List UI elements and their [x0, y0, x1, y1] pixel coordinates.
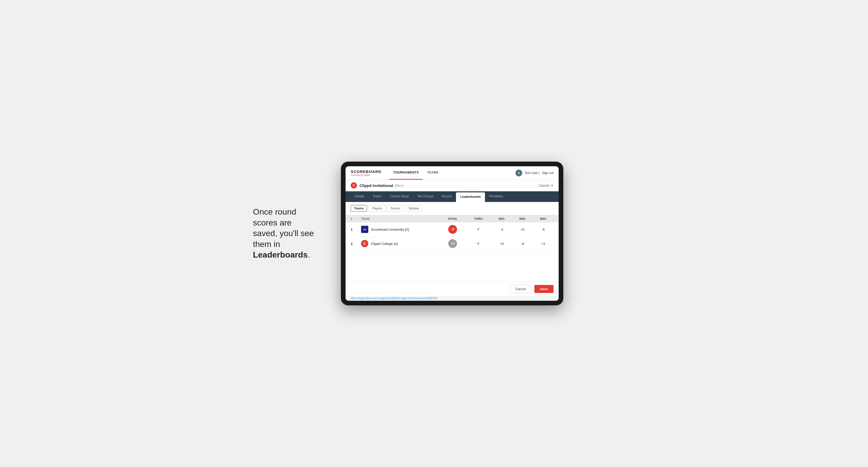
nav-items: TOURNAMENTS TEAMS: [389, 166, 515, 180]
score-badge-2: +3: [448, 239, 457, 248]
rank-2: 2: [351, 242, 361, 246]
team-name-2: Clippd College [A]: [371, 242, 398, 246]
filter-bar: Teams Players Scores Strokes: [345, 202, 559, 215]
rd3-2: +3: [533, 242, 554, 246]
table-container: # TEAM TOTAL THRU RD1 RD2 RD3 1 SB Score…: [345, 215, 559, 282]
team-logo-sb: SB: [361, 226, 368, 233]
tablet-screen: SCOREBOARD Powered by clippd TOURNAMENTS…: [345, 166, 559, 301]
team-logo-c: C: [361, 240, 368, 247]
filter-teams[interactable]: Teams: [351, 205, 367, 212]
cancel-close[interactable]: Cancel ✕: [539, 184, 554, 187]
team-cell-1: SB Scoreboard University [A]: [361, 226, 440, 233]
total-1: -5: [440, 225, 466, 234]
total-2: +3: [440, 239, 466, 248]
tablet-frame: SCOREBOARD Powered by clippd TOURNAMENTS…: [341, 162, 563, 305]
table-header: # TEAM TOTAL THRU RD1 RD2 RD3: [345, 215, 559, 222]
save-button[interactable]: Save: [534, 285, 554, 293]
tab-tee-groups[interactable]: Tee Groups: [413, 191, 437, 202]
user-avatar: S: [516, 169, 522, 176]
nav-teams[interactable]: TEAMS: [423, 166, 443, 180]
table-spacer: [345, 251, 559, 282]
tab-printables[interactable]: Printables: [485, 191, 507, 202]
logo-area: SCOREBOARD Powered by clippd: [351, 169, 381, 176]
nav-right: S Test User | Sign out: [516, 169, 554, 176]
rd2-1: +5: [512, 227, 533, 231]
score-badge-1: -5: [448, 225, 457, 234]
table-row: 1 SB Scoreboard University [A] -5 F -4 +…: [345, 222, 559, 237]
tab-leaderboards[interactable]: Leaderboards: [456, 192, 485, 202]
cancel-button[interactable]: Cancel: [510, 285, 531, 293]
tab-details[interactable]: Details: [351, 191, 369, 202]
team-cell-2: C Clippd College [A]: [361, 240, 440, 247]
rd1-1: -4: [491, 227, 512, 231]
filter-strokes[interactable]: Strokes: [405, 205, 423, 212]
sub-header: C Clippd Invitational (Men) Cancel ✕: [345, 180, 559, 191]
logo-sub: Powered by clippd: [351, 174, 381, 176]
thru-2: F: [466, 242, 491, 246]
rd3-1: -6: [533, 227, 554, 231]
tab-bar: Details Teams Course Setup Tee Groups Re…: [345, 191, 559, 202]
tab-course-setup[interactable]: Course Setup: [386, 191, 413, 202]
top-nav: SCOREBOARD Powered by clippd TOURNAMENTS…: [345, 166, 559, 180]
left-description: Once round scores are saved, you'll see …: [253, 207, 326, 260]
team-name-1: Scoreboard University [A]: [371, 227, 409, 231]
table-row: 2 C Clippd College [A] +3 F +8 -8 +3: [345, 237, 559, 251]
tab-results[interactable]: Results: [437, 191, 456, 202]
user-name: Test User |: [525, 171, 539, 175]
thru-1: F: [466, 227, 491, 231]
filter-players[interactable]: Players: [369, 205, 385, 212]
tab-teams[interactable]: Teams: [369, 191, 386, 202]
filter-scores[interactable]: Scores: [387, 205, 403, 212]
sign-out-link[interactable]: Sign out: [542, 171, 554, 175]
nav-tournaments[interactable]: TOURNAMENTS: [389, 166, 423, 180]
tournament-gender: (Men): [395, 184, 403, 187]
rank-1: 1: [351, 227, 361, 231]
tournament-icon: C: [351, 182, 357, 188]
rd2-2: -8: [512, 242, 533, 246]
page-wrapper: Once round scores are saved, you'll see …: [253, 162, 615, 305]
rd1-2: +8: [491, 242, 512, 246]
logo-title: SCOREBOARD: [351, 169, 381, 174]
tournament-title: Clippd Invitational: [360, 183, 393, 188]
footer: Cancel Save: [345, 282, 559, 296]
url-bar: https://stage-blue-coach.stagescoredboar…: [345, 296, 559, 301]
